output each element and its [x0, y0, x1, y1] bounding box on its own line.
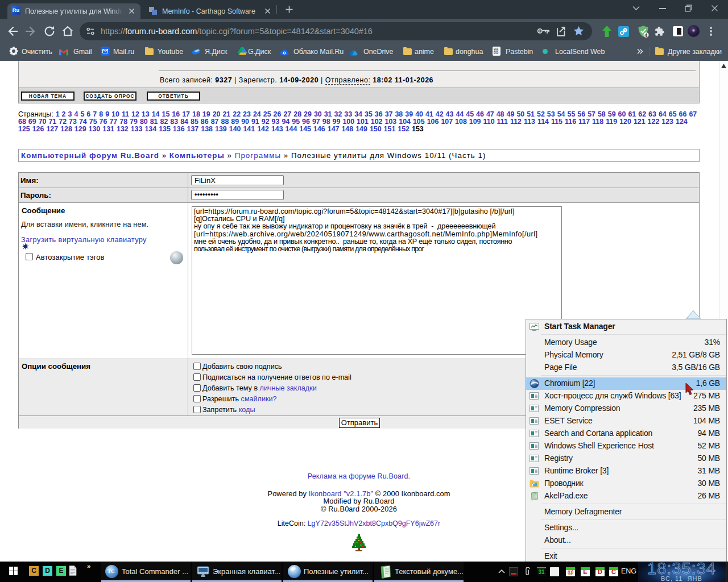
- svg-text:4: 4: [644, 32, 648, 38]
